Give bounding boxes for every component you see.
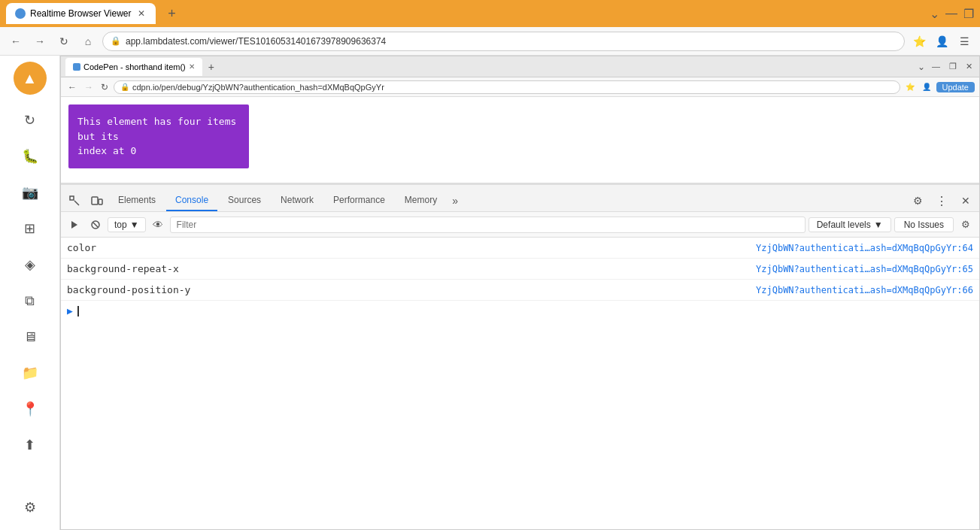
console-filter-input[interactable] <box>170 217 806 233</box>
chevron-down-icon: ⌄ <box>930 7 939 21</box>
console-run-icon[interactable] <box>65 216 83 234</box>
nav-home-button[interactable]: ⌂ <box>78 32 98 51</box>
inner-new-tab-button[interactable]: + <box>208 61 214 73</box>
no-issues-label: No Issues <box>904 220 944 230</box>
console-property-background-position: background-position-y <box>67 284 756 295</box>
inner-forward-button[interactable]: → <box>82 80 96 94</box>
inner-minimize-button[interactable]: — <box>930 62 942 72</box>
address-text: app.lambdatest.com/viewer/TES10160531401… <box>126 36 897 47</box>
svg-marker-3 <box>71 221 77 229</box>
inner-close-button[interactable]: ✕ <box>963 62 975 72</box>
browser-titlebar: Realtime Browser Viewer ✕ + ⌄ — ❐ <box>0 0 980 27</box>
sidebar-item-monitor[interactable]: 🖥 <box>14 320 47 353</box>
bookmark-icon[interactable]: ⭐ <box>909 32 929 51</box>
update-button[interactable]: Update <box>936 82 975 92</box>
menu-icon[interactable]: ☰ <box>954 32 974 51</box>
profile-icon[interactable]: 👤 <box>932 32 951 51</box>
sidebar-item-camera[interactable]: 📷 <box>14 176 47 209</box>
devtools-tab-actions: ⚙ ⋮ ✕ <box>907 190 976 211</box>
preview-box: This element has four items but its inde… <box>68 104 249 168</box>
console-cursor <box>77 306 79 316</box>
browser-tab[interactable]: Realtime Browser Viewer ✕ <box>6 3 156 24</box>
device-toolbar-icon[interactable] <box>86 190 108 211</box>
tab-elements[interactable]: Elements <box>109 190 165 211</box>
eye-icon[interactable]: 👁 <box>149 216 167 234</box>
console-link-64[interactable]: YzjQbWN?authenticati…ash=dXMqBqQpGyYr:64 <box>756 243 973 253</box>
sidebar-item-cube[interactable]: ◈ <box>14 248 47 281</box>
inner-tab-title: CodePen - shorthand item() <box>83 62 186 71</box>
nav-back-button[interactable]: ← <box>6 32 26 51</box>
content-area: CodePen - shorthand item() ✕ + ⌄ — ❐ ✕ ←… <box>60 56 980 530</box>
sidebar-item-copy[interactable]: ⧉ <box>14 284 47 317</box>
inner-back-button[interactable]: ← <box>65 80 79 94</box>
inspect-element-icon[interactable] <box>64 190 85 211</box>
inner-tab-close-icon[interactable]: ✕ <box>189 62 195 71</box>
browser-navbar: ← → ↻ ⌂ 🔒 app.lambdatest.com/viewer/TES1… <box>0 27 980 56</box>
inner-star-icon[interactable]: ⭐ <box>903 82 917 92</box>
preview-line2: index at 0 <box>77 145 136 156</box>
devtools-more-icon[interactable]: ⋮ <box>931 190 952 211</box>
default-levels-button[interactable]: Default levels ▼ <box>809 217 891 232</box>
browser-main: ▲ ↻ 🐛 📷 ⊞ ◈ ⧉ 🖥 📁 📍 ⬆ ⚙ CodePen - shorth… <box>0 56 980 530</box>
table-row: color YzjQbWN?authenticati…ash=dXMqBqQpG… <box>61 238 979 259</box>
console-toolbar: top ▼ 👁 Default levels ▼ No Issues ⚙ <box>61 212 979 238</box>
inner-titlebar: CodePen - shorthand item() ✕ + ⌄ — ❐ ✕ <box>61 56 979 77</box>
top-selector-arrow: ▼ <box>130 220 139 230</box>
devtools-tabbar: Elements Console Sources Network Perform… <box>61 185 979 212</box>
inner-address-bar[interactable]: 🔒 cdpn.io/pen/debug/YzjQbWN?authenticati… <box>114 80 900 94</box>
console-clear-icon[interactable] <box>86 216 105 234</box>
sidebar-logo[interactable]: ▲ <box>14 62 47 95</box>
inner-restore-button[interactable]: ❐ <box>947 62 959 72</box>
sidebar-item-layers[interactable]: ⊞ <box>14 212 47 245</box>
inner-titlebar-controls: ⌄ — ❐ ✕ <box>918 62 975 72</box>
tab-network[interactable]: Network <box>272 190 323 211</box>
tab-memory[interactable]: Memory <box>396 190 446 211</box>
nav-refresh-button[interactable]: ↻ <box>54 32 74 51</box>
preview-area: This element has four items but its inde… <box>61 97 979 183</box>
nav-forward-button[interactable]: → <box>30 32 50 51</box>
more-tabs-button[interactable]: » <box>448 190 463 211</box>
preview-content: This element has four items but its inde… <box>77 114 240 159</box>
tab-sources[interactable]: Sources <box>219 190 270 211</box>
svg-rect-0 <box>70 196 74 200</box>
navbar-actions: ⭐ 👤 ☰ <box>909 32 974 51</box>
sidebar: ▲ ↻ 🐛 📷 ⊞ ◈ ⧉ 🖥 📁 📍 ⬆ ⚙ <box>0 56 60 530</box>
console-link-65[interactable]: YzjQbWN?authenticati…ash=dXMqBqQpGyYr:65 <box>756 264 973 274</box>
inner-navbar: ← → ↻ 🔒 cdpn.io/pen/debug/YzjQbWN?authen… <box>61 77 979 97</box>
svg-rect-2 <box>99 199 102 204</box>
sidebar-item-location[interactable]: 📍 <box>14 392 47 426</box>
maximize-button[interactable]: ❐ <box>963 7 974 21</box>
sidebar-item-folder[interactable]: 📁 <box>14 356 47 389</box>
top-selector[interactable]: top ▼ <box>108 217 146 232</box>
tab-performance[interactable]: Performance <box>324 190 394 211</box>
inner-profile-icon[interactable]: 👤 <box>920 82 933 92</box>
inner-browser: CodePen - shorthand item() ✕ + ⌄ — ❐ ✕ ←… <box>60 56 980 530</box>
console-prompt[interactable]: ▶ <box>61 301 979 321</box>
inner-tab[interactable]: CodePen - shorthand item() ✕ <box>65 58 202 76</box>
console-property-color: color <box>67 242 756 253</box>
sidebar-item-refresh[interactable]: ↻ <box>14 104 47 137</box>
inner-address-text: cdpn.io/pen/debug/YzjQbWN?authentication… <box>132 83 894 92</box>
top-selector-label: top <box>114 220 127 230</box>
sidebar-item-settings[interactable]: ⚙ <box>14 491 47 524</box>
table-row: background-position-y YzjQbWN?authentica… <box>61 280 979 301</box>
table-row: background-repeat-x YzjQbWN?authenticati… <box>61 259 979 280</box>
inner-navbar-actions: ⭐ 👤 Update <box>903 82 975 92</box>
sidebar-item-upload[interactable]: ⬆ <box>14 429 47 462</box>
default-levels-label: Default levels <box>817 220 871 230</box>
no-issues-button[interactable]: No Issues <box>894 217 954 232</box>
svg-line-5 <box>93 223 98 227</box>
minimize-button[interactable]: — <box>945 7 957 21</box>
console-settings-icon[interactable]: ⚙ <box>957 216 975 234</box>
inner-refresh-button[interactable]: ↻ <box>99 80 111 94</box>
devtools-settings-icon[interactable]: ⚙ <box>907 190 928 211</box>
new-tab-button[interactable]: + <box>162 3 183 24</box>
console-link-66[interactable]: YzjQbWN?authenticati…ash=dXMqBqQpGyYr:66 <box>756 285 973 295</box>
console-output: color YzjQbWN?authenticati…ash=dXMqBqQpG… <box>61 238 979 529</box>
sidebar-item-bug[interactable]: 🐛 <box>14 140 47 173</box>
address-bar[interactable]: 🔒 app.lambdatest.com/viewer/TES101605314… <box>102 32 905 51</box>
svg-rect-1 <box>92 197 98 204</box>
tab-close-icon[interactable]: ✕ <box>136 8 147 19</box>
tab-console[interactable]: Console <box>166 190 217 211</box>
devtools-close-icon[interactable]: ✕ <box>955 190 976 211</box>
